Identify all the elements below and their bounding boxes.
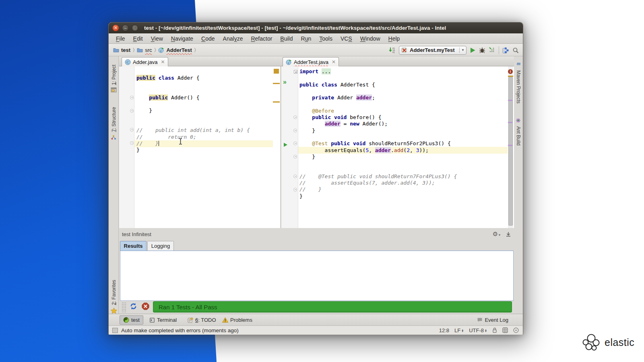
code-editor-adder[interactable]: public class Adder { public Adder() { } … bbox=[119, 66, 250, 154]
window-close-button[interactable]: ✕ bbox=[112, 25, 119, 31]
caret-position[interactable]: 12:8 bbox=[439, 327, 449, 333]
code-line[interactable]: } bbox=[136, 147, 250, 153]
code-line[interactable]: // return 0; bbox=[136, 134, 250, 140]
panel-tab-logging[interactable]: Logging bbox=[147, 241, 174, 251]
code-line[interactable]: } bbox=[299, 128, 457, 134]
stripe-button-7-structure[interactable]: 7: Structure bbox=[111, 105, 117, 134]
code-line[interactable]: } bbox=[136, 107, 250, 114]
titlebar[interactable]: ✕ – □ test - [~/dev/git/infinitest/testW… bbox=[109, 23, 523, 33]
drag-handle[interactable] bbox=[122, 302, 127, 313]
maven-icon[interactable]: m bbox=[516, 61, 522, 66]
code-line[interactable]: // @Test public void shouldReturn7For4PL… bbox=[299, 173, 457, 180]
code-line[interactable]: public class AdderTest { bbox=[299, 82, 457, 88]
notification-icon[interactable] bbox=[513, 327, 519, 333]
window-minimize-button[interactable]: – bbox=[122, 25, 129, 31]
tab-addertest-java[interactable]: c AdderTest.java ✕ bbox=[283, 57, 339, 66]
code-line[interactable]: @Before bbox=[299, 108, 457, 114]
code-line[interactable]: adder = new Adder(); bbox=[299, 121, 457, 127]
menu-view[interactable]: View bbox=[147, 35, 167, 42]
tab-adder-java[interactable]: C Adder.java ✕ bbox=[122, 57, 168, 66]
run-config-dropdown-arrow[interactable]: ▼ bbox=[459, 47, 464, 53]
tab-close-icon[interactable]: ✕ bbox=[161, 59, 165, 65]
scrollbar-thumb[interactable] bbox=[508, 77, 513, 226]
changes-grid-icon[interactable] bbox=[502, 47, 509, 53]
memory-indicator-icon[interactable] bbox=[502, 327, 508, 333]
panel-title: test Infinitest bbox=[122, 231, 151, 237]
menu-window[interactable]: Window bbox=[356, 35, 384, 42]
stripe-button-1-project[interactable]: 1: Project bbox=[111, 60, 117, 90]
code-editor-addertest[interactable]: import ... public class AdderTest { priv… bbox=[281, 66, 457, 200]
stripe-mark[interactable] bbox=[508, 100, 512, 101]
menu-code[interactable]: Code bbox=[197, 35, 219, 42]
stripe-mark[interactable] bbox=[508, 145, 512, 146]
project-icon[interactable] bbox=[111, 87, 117, 93]
breadcrumb-test[interactable]: test bbox=[113, 47, 130, 53]
code-line[interactable]: } bbox=[299, 154, 457, 160]
rerun-tests-button[interactable] bbox=[129, 302, 138, 311]
desktop: elastic ✕ – □ test - [~/dev/git/infinite… bbox=[0, 0, 644, 362]
menu-refactor[interactable]: Refactor bbox=[247, 35, 276, 42]
sort-bytecode-icon[interactable]: 01 10 01 bbox=[389, 47, 396, 53]
stripe-button-2-favorites[interactable]: 2: Favorites bbox=[111, 278, 117, 307]
favorites-icon[interactable] bbox=[111, 308, 117, 314]
toolwindow-tab-problems[interactable]: Problems bbox=[219, 315, 256, 325]
stripe-mark[interactable] bbox=[273, 101, 280, 103]
menu-build[interactable]: Build bbox=[276, 35, 297, 42]
debug-button[interactable] bbox=[479, 47, 485, 53]
breadcrumb: test〉src〉cAdderTest〉 bbox=[113, 47, 198, 53]
status-message: Auto make completed with errors (moments… bbox=[121, 327, 239, 333]
menu-run[interactable]: Run bbox=[297, 35, 316, 42]
menu-vcs[interactable]: VCS bbox=[336, 35, 356, 42]
menu-navigate[interactable]: Navigate bbox=[167, 35, 197, 42]
menu-file[interactable]: File bbox=[112, 35, 129, 42]
code-line[interactable]: import ... bbox=[299, 68, 457, 75]
toolwindow-tab-terminal[interactable]: Terminal bbox=[146, 315, 180, 325]
editor-left-pane[interactable]: public class Adder { public Adder() { } … bbox=[119, 66, 280, 228]
infinitest-panel: test Infinitest ⚙▼ ResultsLogging bbox=[119, 228, 514, 314]
run-button[interactable] bbox=[470, 47, 476, 53]
background-task-icon[interactable] bbox=[112, 328, 118, 333]
code-line[interactable]: @Test public void shouldReturn5For2PLus3… bbox=[299, 140, 457, 147]
menu-analyze[interactable]: Analyze bbox=[219, 35, 247, 42]
code-line[interactable]: public class Adder { bbox=[136, 75, 250, 81]
stripe-mark[interactable] bbox=[508, 122, 512, 123]
gear-icon[interactable]: ⚙▼ bbox=[493, 230, 501, 238]
code-line[interactable]: // assertEquals(7, adder.add(4, 3)); bbox=[299, 180, 457, 186]
menu-tools[interactable]: Tools bbox=[315, 35, 336, 42]
toolwindow-tab-6-todo[interactable]: 6: TODO bbox=[184, 315, 219, 325]
code-line[interactable]: // } bbox=[299, 186, 457, 193]
tab-close-icon[interactable]: ✕ bbox=[332, 59, 336, 65]
panel-tab-results[interactable]: Results bbox=[120, 241, 147, 251]
lock-icon[interactable] bbox=[492, 327, 497, 333]
tab-label: Adder.java bbox=[133, 59, 157, 65]
code-line[interactable]: assertEquals(5, adder.add(2, 3)); bbox=[299, 147, 457, 154]
code-line[interactable]: public Adder() { bbox=[136, 95, 250, 101]
editor-right-pane[interactable]: » import ... public class AdderTest { pr… bbox=[281, 66, 514, 228]
toolwindow-tab-test[interactable]: test bbox=[120, 315, 143, 325]
window-maximize-button[interactable]: □ bbox=[132, 25, 138, 31]
stop-icon bbox=[142, 302, 149, 310]
hide-panel-icon[interactable] bbox=[506, 232, 511, 237]
menu-edit[interactable]: Edit bbox=[129, 35, 147, 42]
code-line[interactable]: public void before() { bbox=[299, 114, 457, 121]
stripe-button-ant-build[interactable]: Ant Build bbox=[516, 118, 521, 154]
code-line[interactable]: } bbox=[299, 193, 457, 200]
stripe-mark[interactable] bbox=[273, 83, 280, 84]
stop-button[interactable] bbox=[141, 302, 150, 311]
encoding[interactable]: UTF-8▲▼ bbox=[469, 327, 487, 333]
structure-icon[interactable] bbox=[111, 134, 117, 140]
line-separator[interactable]: LF▲▼ bbox=[454, 327, 464, 333]
results-content[interactable] bbox=[120, 251, 514, 301]
run-configuration-select[interactable]: AdderTest.myTest ▼ bbox=[399, 46, 466, 55]
breadcrumb-AdderTest[interactable]: cAdderTest bbox=[158, 47, 192, 53]
code-line[interactable]: // } bbox=[136, 140, 250, 147]
coverage-button[interactable] bbox=[489, 47, 495, 53]
search-icon[interactable] bbox=[512, 47, 519, 53]
stripe-mark[interactable] bbox=[508, 76, 513, 77]
code-line[interactable]: private Adder adder; bbox=[299, 95, 457, 101]
breadcrumb-src[interactable]: src bbox=[137, 47, 152, 53]
stripe-button-maven-projects[interactable]: Maven Projects bbox=[516, 69, 521, 105]
code-line[interactable]: // public int add(int a, int b) { bbox=[136, 127, 250, 134]
menu-help[interactable]: Help bbox=[384, 35, 404, 42]
toolwindow-tab-event-log[interactable]: Event Log bbox=[474, 315, 512, 325]
